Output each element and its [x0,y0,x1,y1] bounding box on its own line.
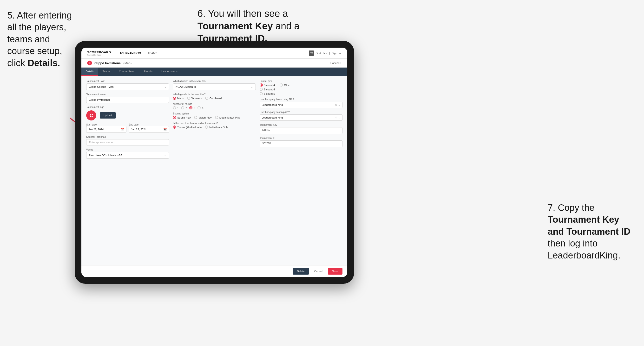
annotation-left-line5: click [7,58,28,68]
logo-upload-row: C Upload [86,110,169,121]
division-input[interactable]: NCAA Division III [173,83,256,90]
brand-sub: Powered by clippd [87,54,111,56]
rounds-2-radio[interactable] [181,106,184,109]
format-other[interactable]: Other [280,83,291,87]
field-rounds: Number of rounds 1 2 [173,103,256,109]
gender-combined-radio[interactable] [205,97,208,100]
tourney-key-label: Tournament Key [260,124,342,126]
nav-right: TU Test User | Sign out [309,50,342,56]
tourney-cancel[interactable]: Cancel ✕ [330,62,342,65]
upload-button[interactable]: Upload [100,112,116,119]
name-label: Tournament name [86,93,169,96]
annotation-left-line3: teams and [7,34,50,44]
format-5count4[interactable]: 5 count 4 [260,83,275,87]
end-cal-icon: 📅 [163,128,167,131]
teams-ind-only[interactable]: Individuals Only [205,126,228,129]
api1-clear[interactable]: ✕ ⌄ [335,103,340,107]
field-tourney-id: Tournament ID 302051 [260,137,342,147]
scoring-medal[interactable]: Medal Match Play [215,116,240,119]
sponsor-label: Sponsor (optional) [86,136,169,138]
tab-details[interactable]: Details [82,68,98,76]
tab-leaderboards[interactable]: Leaderboards [157,68,182,76]
format-5count4-radio[interactable] [260,83,263,87]
teams-radio-group: Teams (+Individuals) Individuals Only [173,126,256,129]
gender-mens-radio[interactable] [173,97,176,100]
format-6count5-radio[interactable] [260,92,263,95]
field-venue: Venue Peachtree GC - Atlanta - GA [86,148,169,159]
tourney-name: Clippd Invitational (Men) [94,61,132,65]
logo-circle: C [86,110,96,121]
field-scoring: Scoring system Stroke Play Match Play [173,112,256,119]
scoring-medal-radio[interactable] [215,116,218,119]
tablet: SCOREBOARD Powered by clippd TOURNAMENTS… [75,41,354,284]
field-dates: Start date Jan 21, 2024 📅 End date Jan 2… [86,123,169,133]
rounds-radio-group: 1 2 3 4 [173,106,256,109]
field-teams: Is this event for Teams and/or Individua… [173,122,256,129]
rounds-1[interactable]: 1 [173,106,179,109]
gender-combined[interactable]: Combined [205,97,222,100]
tourney-id-label: Tournament ID [260,137,342,140]
rounds-4-radio[interactable] [198,106,200,109]
tab-teams[interactable]: Teams [98,68,115,76]
rounds-2[interactable]: 2 [181,106,187,109]
rounds-1-radio[interactable] [173,106,176,109]
start-cal-icon: 📅 [121,128,124,131]
gender-womens-radio[interactable] [187,97,190,100]
tourney-header: C Clippd Invitational (Men) Cancel ✕ [82,59,347,68]
field-api1: Use third-party live scoring API? Leader… [260,98,342,108]
api1-select[interactable]: Leaderboard King ✕ ⌄ [260,102,342,108]
rounds-4[interactable]: 4 [198,106,203,109]
delete-button[interactable]: Delete [292,268,309,275]
field-format: Format type 5 count 4 6 count 4 [260,80,342,95]
nav-separator: | [329,52,330,55]
format-6count5[interactable]: 6 count 5 [260,92,275,95]
format-6count4-radio[interactable] [260,88,263,91]
logo-label: Tournament logo [86,106,169,108]
format-6count4[interactable]: 6 count 4 [260,88,275,91]
venue-input[interactable]: Peachtree GC - Atlanta - GA [86,152,169,159]
api2-select[interactable]: Leaderboard King ✕ ⌄ [260,114,342,121]
scoring-stroke[interactable]: Stroke Play [173,116,191,119]
brand: SCOREBOARD Powered by clippd [87,50,111,56]
annotation-top-right-bold1: Tournament Key [198,21,273,31]
teams-plus-ind-radio[interactable] [173,126,176,129]
end-date-input[interactable]: Jan 23, 2024 📅 [129,126,169,133]
scoring-match-radio[interactable] [194,116,197,119]
teams-ind-only-radio[interactable] [205,126,208,129]
host-input[interactable]: Clippd College - Men [86,83,169,90]
annotation-bottom-right: 7. Copy the Tournament Key and Tournamen… [548,202,639,261]
sponsor-input[interactable]: Enter sponsor name [86,139,169,146]
api2-clear[interactable]: ✕ ⌄ [335,116,340,119]
save-button[interactable]: Save [328,268,342,275]
api2-label: Use third-party scoring API? [260,111,342,114]
content-area: Tournament Host Clippd College - Men Tou… [82,76,347,265]
start-date-input[interactable]: Jan 21, 2024 📅 [86,126,126,133]
field-gender: Which gender is the event for? Mens Wome… [173,93,256,100]
form-section-right: Format type 5 count 4 6 count 4 [260,80,342,159]
nav-tournaments[interactable]: TOURNAMENTS [120,52,141,55]
format-other-radio[interactable] [280,83,283,87]
annotation-left: 5. After entering all the players, teams… [7,10,75,69]
gender-womens[interactable]: Womens [187,97,202,100]
scoring-stroke-radio[interactable] [173,116,176,119]
annotation-left-details: Details. [28,58,60,68]
nav-teams[interactable]: TEAMS [148,52,157,55]
sign-out-link[interactable]: Sign out [332,52,342,55]
annotation-br-line1: 7. Copy the [548,203,594,213]
field-host: Tournament Host Clippd College - Men [86,80,169,90]
annotation-br-line4: LeaderboardKing. [548,250,620,260]
tab-course-setup[interactable]: Course Setup [115,68,140,76]
name-input[interactable]: Clippd Invitational [86,97,169,103]
teams-plus-ind[interactable]: Teams (+Individuals) [173,126,202,129]
teams-label: Is this event for Teams and/or Individua… [173,122,256,125]
rounds-3-radio[interactable] [189,106,192,109]
gender-mens[interactable]: Mens [173,97,184,100]
form-section-middle: Which division is the event for? NCAA Di… [173,80,256,159]
format-label: Format type [260,80,342,82]
venue-label: Venue [86,148,169,151]
rounds-3[interactable]: 3 [189,106,195,109]
scoring-match[interactable]: Match Play [194,116,212,119]
form-section-left: Tournament Host Clippd College - Men Tou… [86,80,169,159]
cancel-button[interactable]: Cancel [312,268,325,275]
tab-results[interactable]: Results [140,68,157,76]
